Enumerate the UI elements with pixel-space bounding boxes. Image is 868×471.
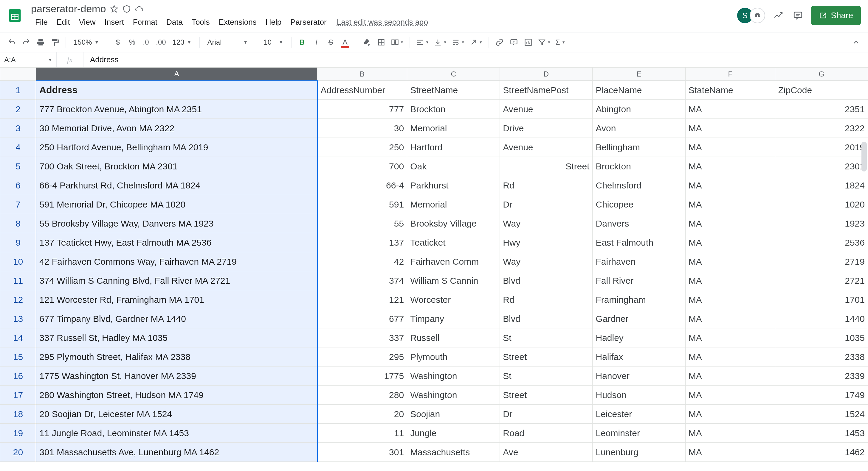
column-header-E[interactable]: E <box>593 68 685 81</box>
cell[interactable]: 66-4 Parkhurst Rd, Chelmsford MA 1824 <box>36 176 317 195</box>
cell[interactable]: Brockton <box>407 100 500 119</box>
cell[interactable]: StreetName <box>407 81 500 100</box>
cell[interactable]: 337 Russell St, Hadley MA 1035 <box>36 328 317 347</box>
text-rotation-icon[interactable]: ▼ <box>468 36 485 49</box>
menu-insert[interactable]: Insert <box>100 16 128 28</box>
cell[interactable]: 1923 <box>775 214 868 233</box>
cell[interactable]: Oak <box>407 157 500 176</box>
cell[interactable]: 11 Jungle Road, Leominster MA 1453 <box>36 424 317 443</box>
cell[interactable]: MA <box>685 271 775 290</box>
cell[interactable]: Washington <box>407 367 500 385</box>
row-header[interactable]: 10 <box>0 252 36 271</box>
cell[interactable]: Washington <box>407 385 500 405</box>
paint-format-icon[interactable] <box>48 36 61 49</box>
cell[interactable]: Ave <box>500 443 593 462</box>
merge-cells-icon[interactable]: ▼ <box>389 36 406 49</box>
cell[interactable]: 1462 <box>775 443 868 462</box>
cell[interactable]: MA <box>685 252 775 271</box>
cell[interactable]: Fairhaven Comm <box>407 252 500 271</box>
row-header[interactable]: 4 <box>0 138 36 157</box>
cell[interactable]: 1020 <box>775 195 868 214</box>
strikethrough-button[interactable]: S <box>324 36 337 49</box>
cell[interactable]: 250 <box>317 138 407 157</box>
row-header[interactable]: 17 <box>0 385 36 405</box>
cell[interactable]: 137 Teaticket Hwy, East Falmouth MA 2536 <box>36 233 317 252</box>
cell[interactable]: 1453 <box>775 424 868 443</box>
last-edit[interactable]: Last edit was seconds ago <box>337 16 428 28</box>
row-header[interactable]: 20 <box>0 443 36 462</box>
cell[interactable]: 20 <box>317 405 407 424</box>
cell[interactable]: Hadley <box>593 328 685 347</box>
cell[interactable]: Timpany <box>407 309 500 328</box>
row-header[interactable]: 2 <box>0 100 36 119</box>
cell[interactable]: 591 <box>317 195 407 214</box>
cell[interactable]: Leominster <box>593 424 685 443</box>
cell[interactable]: St <box>500 328 593 347</box>
cell[interactable]: Parkhurst <box>407 176 500 195</box>
cell[interactable]: Fairhaven <box>593 252 685 271</box>
number-format-dropdown[interactable]: 123▼ <box>169 38 195 46</box>
cell[interactable]: Way <box>500 252 593 271</box>
cell[interactable]: Blvd <box>500 309 593 328</box>
cell[interactable]: 374 <box>317 271 407 290</box>
cell[interactable]: AddressNumber <box>317 81 407 100</box>
cell[interactable]: Hartford <box>407 138 500 157</box>
cell[interactable]: ZipCode <box>775 81 868 100</box>
fill-color-icon[interactable] <box>361 36 373 49</box>
cell[interactable]: 2719 <box>775 252 868 271</box>
cell[interactable]: 1524 <box>775 405 868 424</box>
cell[interactable]: Danvers <box>593 214 685 233</box>
anonymous-avatar-icon[interactable] <box>750 8 765 23</box>
cell[interactable]: 295 Plymouth Street, Halifax MA 2338 <box>36 347 317 367</box>
cell[interactable]: Street <box>500 157 593 176</box>
cell[interactable]: 374 William S Canning Blvd, Fall River M… <box>36 271 317 290</box>
increase-decimal-icon[interactable]: .00 <box>154 36 167 49</box>
text-wrap-icon[interactable]: ▼ <box>450 36 466 49</box>
cell[interactable]: 280 <box>317 385 407 405</box>
row-header[interactable]: 5 <box>0 157 36 176</box>
menu-data[interactable]: Data <box>162 16 187 28</box>
row-header[interactable]: 16 <box>0 367 36 385</box>
italic-button[interactable]: I <box>310 36 323 49</box>
cell[interactable]: 2301 <box>775 157 868 176</box>
row-header[interactable]: 15 <box>0 347 36 367</box>
cloud-status-icon[interactable] <box>135 5 144 13</box>
document-title[interactable]: parserator-demo <box>31 3 106 14</box>
cell[interactable]: 280 Washington Street, Hudson MA 1749 <box>36 385 317 405</box>
cell[interactable]: MA <box>685 424 775 443</box>
star-icon[interactable] <box>110 5 118 13</box>
formula-input[interactable]: Address <box>84 55 118 64</box>
name-box[interactable]: A:A▼ <box>0 53 57 67</box>
insert-link-icon[interactable] <box>493 36 506 49</box>
cell[interactable]: 1749 <box>775 385 868 405</box>
spreadsheet-grid[interactable]: ABCDEFG 1AddressAddressNumberStreetNameS… <box>0 67 868 462</box>
cell[interactable]: Dr <box>500 195 593 214</box>
cell[interactable]: Chicopee <box>593 195 685 214</box>
menu-format[interactable]: Format <box>129 16 161 28</box>
activity-icon[interactable] <box>772 9 785 22</box>
cell[interactable]: 1440 <box>775 309 868 328</box>
cell[interactable]: Leicester <box>593 405 685 424</box>
cell[interactable]: 2322 <box>775 119 868 138</box>
select-all-corner[interactable] <box>0 68 36 81</box>
cell[interactable]: Lunenburg <box>593 443 685 462</box>
cell[interactable]: PlaceName <box>593 81 685 100</box>
cell[interactable]: 121 Worcester Rd, Framingham MA 1701 <box>36 290 317 309</box>
cell[interactable]: MA <box>685 138 775 157</box>
menu-edit[interactable]: Edit <box>53 16 74 28</box>
insert-comment-icon[interactable] <box>507 36 521 49</box>
cell[interactable]: MA <box>685 385 775 405</box>
row-header[interactable]: 1 <box>0 81 36 100</box>
cell[interactable]: 1775 <box>317 367 407 385</box>
menu-parserator[interactable]: Parserator <box>286 16 331 28</box>
zoom-dropdown[interactable]: 150%▼ <box>70 38 102 46</box>
cell[interactable]: 30 Memorial Drive, Avon MA 2322 <box>36 119 317 138</box>
menu-view[interactable]: View <box>75 16 100 28</box>
cell[interactable]: 2536 <box>775 233 868 252</box>
cell[interactable]: 2351 <box>775 100 868 119</box>
cell[interactable]: 591 Memorial Dr, Chicopee MA 1020 <box>36 195 317 214</box>
cell[interactable]: Soojian <box>407 405 500 424</box>
vertical-scrollbar[interactable] <box>862 142 867 171</box>
cell[interactable]: 301 <box>317 443 407 462</box>
cell[interactable]: Worcester <box>407 290 500 309</box>
